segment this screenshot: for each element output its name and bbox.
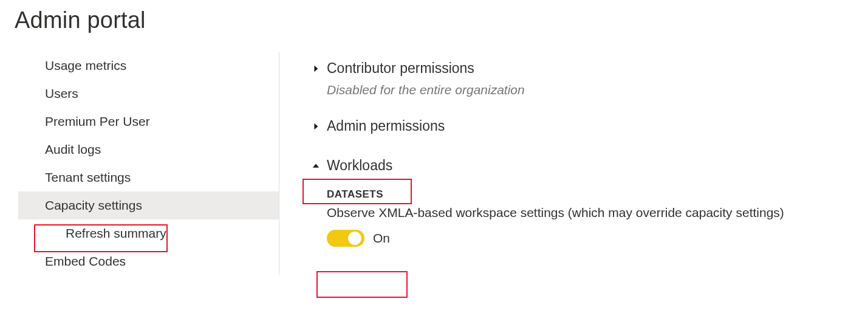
workloads-body: DATASETS Observe XMLA-based workspace se… [327,188,856,247]
xmla-toggle-row: On [327,230,856,247]
nav-item-embed-codes[interactable]: Embed Codes [18,247,279,275]
section-title-workloads: Workloads [327,157,392,174]
section-header-contributor[interactable]: Contributor permissions [309,58,856,79]
nav-item-users[interactable]: Users [18,80,279,108]
datasets-heading: DATASETS [327,188,856,201]
xmla-toggle-label: On [373,231,390,246]
page-title: Admin portal [0,0,868,52]
xmla-setting-text: Observe XMLA-based workspace settings (w… [327,205,856,220]
nav-item-audit-logs[interactable]: Audit logs [18,136,279,164]
nav-item-capacity-settings[interactable]: Capacity settings [18,191,279,219]
section-header-admin[interactable]: Admin permissions [309,115,856,137]
section-header-workloads[interactable]: Workloads [309,155,856,176]
toggle-knob [348,232,361,245]
caret-right-icon [309,64,323,73]
nav-item-premium-per-user[interactable]: Premium Per User [18,108,279,136]
nav-item-tenant-settings[interactable]: Tenant settings [18,164,279,191]
main-layout: Usage metrics Users Premium Per User Aud… [0,52,868,275]
section-contributor-permissions: Contributor permissions Disabled for the… [309,58,856,97]
section-workloads: Workloads DATASETS Observe XMLA-based wo… [309,155,856,247]
caret-right-icon [309,122,323,131]
sidebar-nav: Usage metrics Users Premium Per User Aud… [0,52,279,275]
xmla-toggle[interactable] [327,230,364,247]
section-title-admin: Admin permissions [327,118,445,134]
section-subtitle-contributor: Disabled for the entire organization [327,83,856,97]
nav-subitem-refresh-summary[interactable]: Refresh summary [18,219,279,247]
nav-item-usage-metrics[interactable]: Usage metrics [18,52,279,80]
section-title-contributor: Contributor permissions [327,60,474,77]
content-pane: Contributor permissions Disabled for the… [279,52,868,275]
caret-up-icon [309,162,323,170]
section-admin-permissions: Admin permissions [309,115,856,137]
